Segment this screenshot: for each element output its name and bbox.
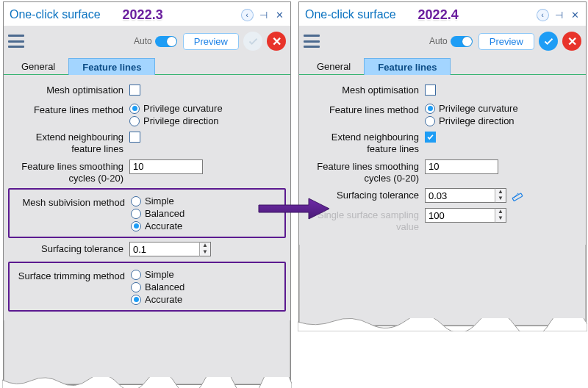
preview-button[interactable]: Preview <box>478 33 534 50</box>
surfacing-tolerance-input[interactable] <box>425 188 495 203</box>
tab-feature-lines[interactable]: Feature lines <box>68 58 155 75</box>
tab-feature-lines[interactable]: Feature lines <box>364 58 451 75</box>
radio-subdiv-accurate[interactable] <box>131 221 141 231</box>
row-surface-trimming: Surface trimming method Simple Balanced … <box>11 269 283 305</box>
smoothing-cycles-input[interactable] <box>425 159 498 174</box>
radio-subdiv-simple[interactable] <box>131 196 141 206</box>
highlight-mesh-subdivision: Mesh subivision method Simple Balanced A… <box>8 188 286 238</box>
auto-toggle[interactable] <box>451 36 473 47</box>
comparison-stage: One-click surface 2022.3 ‹ ⊣ ✕ Auto Prev… <box>0 0 588 388</box>
row-mesh-optimisation: Mesh optimisation <box>305 83 580 99</box>
tolerance-stepper[interactable]: ▲▼ <box>199 242 211 256</box>
panel-title: One-click surface <box>305 8 396 21</box>
confirm-button[interactable] <box>539 32 558 51</box>
svg-rect-0 <box>512 193 523 201</box>
preview-button[interactable]: Preview <box>183 33 239 50</box>
torn-edge-icon <box>298 318 587 331</box>
radio-trim-accurate[interactable] <box>131 295 141 305</box>
panel-2022-3: One-click surface 2022.3 ‹ ⊣ ✕ Auto Prev… <box>3 1 291 385</box>
pin-icon[interactable]: ⊣ <box>257 8 270 21</box>
radio-trim-balanced[interactable] <box>131 282 141 292</box>
version-badge: 2022.3 <box>123 7 163 23</box>
auto-label: Auto <box>429 36 448 46</box>
extend-neighbouring-checkbox[interactable] <box>425 132 436 143</box>
sampling-stepper[interactable]: ▲▼ <box>495 208 506 223</box>
radio-privilege-direction[interactable] <box>129 116 140 126</box>
toolbar: Auto Preview ✕ <box>4 26 290 57</box>
radio-trim-simple[interactable] <box>131 270 141 280</box>
extend-neighbouring-checkbox[interactable] <box>129 132 140 143</box>
close-icon[interactable]: ✕ <box>273 8 286 21</box>
radio-privilege-direction[interactable] <box>425 116 435 126</box>
tab-general[interactable]: General <box>8 58 68 74</box>
row-surfacing-tolerance: Surfacing tolerance ▲▼ <box>10 242 284 258</box>
row-smoothing-cycles: Feature lines smoothing cycles (0-20) <box>305 159 580 185</box>
row-mesh-optimisation: Mesh optimisation <box>10 83 284 99</box>
menu-icon[interactable] <box>304 35 320 48</box>
surfacing-tolerance-input[interactable] <box>129 242 199 256</box>
panel-body: Mesh optimisation Feature lines method P… <box>4 75 290 320</box>
row-extend-neighbouring: Extend neighbouring feature lines <box>305 130 580 156</box>
auto-toggle[interactable] <box>155 36 177 47</box>
pin-icon[interactable]: ⊣ <box>552 8 565 21</box>
tabs: General Feature lines <box>299 57 586 75</box>
single-surface-sampling-input[interactable] <box>425 208 495 223</box>
row-feature-lines-method: Feature lines method Privilege curvature… <box>305 103 580 126</box>
panel-body: Mesh optimisation Feature lines method P… <box>299 75 586 245</box>
smoothing-cycles-input[interactable] <box>129 159 203 174</box>
help-icon[interactable]: ‹ <box>240 8 254 21</box>
cancel-button[interactable]: ✕ <box>267 32 286 51</box>
row-mesh-subdivision: Mesh subivision method Simple Balanced A… <box>11 195 283 231</box>
tab-general[interactable]: General <box>304 58 364 74</box>
auto-label: Auto <box>134 36 152 46</box>
version-badge: 2022.4 <box>418 7 459 23</box>
close-icon[interactable]: ✕ <box>568 8 581 21</box>
mesh-optimisation-checkbox[interactable] <box>425 85 436 96</box>
cancel-button[interactable]: ✕ <box>562 32 581 51</box>
titlebar: One-click surface 2022.3 ‹ ⊣ ✕ <box>4 2 290 26</box>
ruler-icon[interactable] <box>511 189 524 202</box>
panel-title: One-click surface <box>10 8 101 21</box>
toolbar: Auto Preview ✕ <box>299 26 586 57</box>
radio-privilege-curvature[interactable] <box>425 104 435 114</box>
row-extend-neighbouring: Extend neighbouring feature lines <box>10 130 284 156</box>
panel-2022-4: One-click surface 2022.4 ‹ ⊣ ✕ Auto Prev… <box>298 1 587 326</box>
tolerance-stepper[interactable]: ▲▼ <box>495 188 506 203</box>
row-surfacing-tolerance: Surfacing tolerance ▲▼ <box>305 188 580 204</box>
row-feature-lines-method: Feature lines method Privilege curvature… <box>10 103 284 126</box>
row-smoothing-cycles: Feature lines smoothing cycles (0-20) <box>10 159 284 185</box>
torn-edge-icon <box>2 377 292 388</box>
radio-privilege-curvature[interactable] <box>129 104 140 114</box>
confirm-button[interactable] <box>243 32 262 51</box>
tabs: General Feature lines <box>4 57 290 75</box>
row-single-surface-sampling: Single surface sampling value ▲▼ <box>305 208 580 234</box>
radio-subdiv-balanced[interactable] <box>131 209 141 219</box>
menu-icon[interactable] <box>8 35 24 48</box>
highlight-surface-trimming: Surface trimming method Simple Balanced … <box>8 262 286 312</box>
help-icon[interactable]: ‹ <box>536 8 549 21</box>
titlebar: One-click surface 2022.4 ‹ ⊣ ✕ <box>299 2 586 26</box>
mesh-optimisation-checkbox[interactable] <box>129 85 140 96</box>
